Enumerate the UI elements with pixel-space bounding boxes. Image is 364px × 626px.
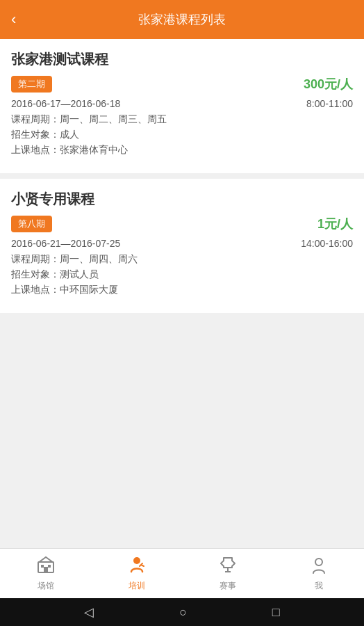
nav-label-me: 我 — [315, 580, 323, 592]
nav-item-training[interactable]: 培训 — [91, 549, 182, 597]
training-icon — [127, 555, 147, 577]
svg-rect-3 — [44, 567, 48, 572]
sys-back-button[interactable]: ◁ — [84, 604, 94, 620]
nav-label-venue: 场馆 — [38, 580, 54, 592]
course-schedule-row-2: 课程周期：周一、周四、周六 — [11, 253, 353, 266]
course-time-2: 14:00-16:00 — [301, 238, 353, 249]
location-label-1: 上课地点： — [11, 144, 60, 155]
venue-icon — [36, 555, 56, 577]
course-location-row-1: 上课地点：张家港体育中心 — [11, 144, 353, 156]
course-schedule-row-1: 课程周期：周一、周二、周三、周五 — [11, 113, 353, 126]
sys-home-button[interactable]: ○ — [179, 605, 187, 620]
header: ‹ 张家港课程列表 — [0, 0, 364, 39]
empty-area — [0, 319, 364, 458]
course-badge-2: 第八期 — [11, 216, 52, 232]
schedule-value-2: 周一、周四、周六 — [60, 253, 138, 264]
course-price-1: 300元/人 — [304, 76, 353, 93]
svg-rect-2 — [48, 565, 51, 568]
course-date-2: 2016-06-21—2016-07-25 — [11, 238, 120, 249]
course-title-2: 小贤专用课程 — [11, 190, 353, 209]
nav-item-venue[interactable]: 场馆 — [0, 549, 91, 597]
course-location-row-2: 上课地点：中环国际大厦 — [11, 284, 353, 296]
course-meta-row-2: 第八期 1元/人 — [11, 216, 353, 232]
content-area: 张家港测试课程 第二期 300元/人 2016-06-17—2016-06-18… — [0, 39, 364, 548]
page-title: 张家港课程列表 — [138, 11, 226, 28]
location-label-2: 上课地点： — [11, 284, 60, 295]
schedule-value-1: 周一、周二、周三、周五 — [60, 113, 167, 125]
nav-label-events: 赛事 — [220, 580, 236, 592]
nav-label-training: 培训 — [129, 580, 145, 592]
course-card-2[interactable]: 小贤专用课程 第八期 1元/人 2016-06-21—2016-07-25 14… — [0, 179, 364, 313]
me-icon — [309, 555, 329, 577]
course-date-1: 2016-06-17—2016-06-18 — [11, 98, 120, 109]
schedule-label-1: 课程周期： — [11, 113, 60, 125]
course-price-2: 1元/人 — [317, 216, 353, 232]
location-value-1: 张家港体育中心 — [60, 144, 128, 155]
course-target-row-2: 招生对象：测试人员 — [11, 268, 353, 281]
bottom-navigation: 场馆 培训 赛事 我 — [0, 548, 364, 598]
events-icon — [218, 555, 238, 577]
course-badge-1: 第二期 — [11, 76, 52, 93]
course-date-time-1: 2016-06-17—2016-06-18 8:00-11:00 — [11, 98, 353, 109]
target-value-1: 成人 — [60, 129, 79, 140]
system-bar: ◁ ○ □ — [0, 598, 364, 626]
svg-point-7 — [315, 559, 322, 565]
sys-recent-button[interactable]: □ — [272, 605, 280, 620]
svg-point-4 — [133, 557, 140, 564]
course-meta-row-1: 第二期 300元/人 — [11, 76, 353, 93]
nav-item-me[interactable]: 我 — [273, 549, 364, 597]
course-time-1: 8:00-11:00 — [306, 98, 353, 109]
back-button[interactable]: ‹ — [11, 10, 16, 29]
nav-item-events[interactable]: 赛事 — [182, 549, 273, 597]
course-title-1: 张家港测试课程 — [11, 50, 353, 69]
target-value-2: 测试人员 — [60, 268, 99, 280]
target-label-2: 招生对象： — [11, 268, 60, 280]
course-target-row-1: 招生对象：成人 — [11, 129, 353, 141]
location-value-2: 中环国际大厦 — [60, 284, 118, 295]
course-card-1[interactable]: 张家港测试课程 第二期 300元/人 2016-06-17—2016-06-18… — [0, 39, 364, 173]
course-date-time-2: 2016-06-21—2016-07-25 14:00-16:00 — [11, 238, 353, 249]
target-label-1: 招生对象： — [11, 129, 60, 140]
svg-rect-1 — [41, 565, 44, 568]
schedule-label-2: 课程周期： — [11, 253, 60, 264]
